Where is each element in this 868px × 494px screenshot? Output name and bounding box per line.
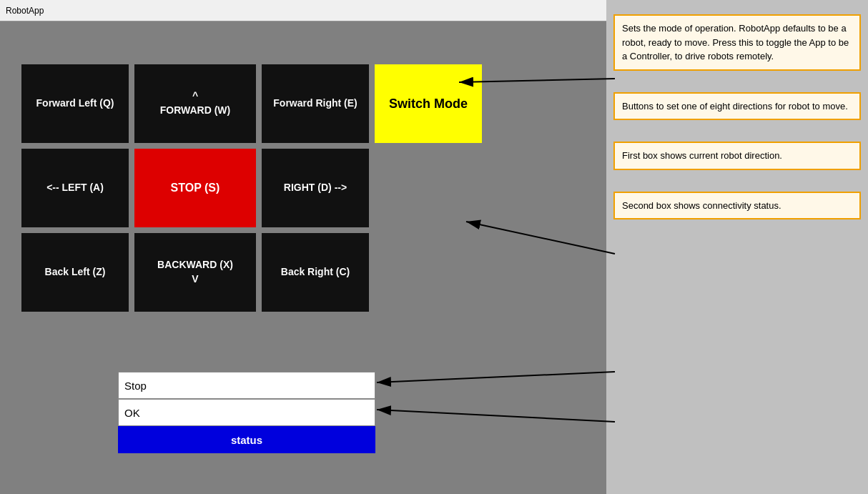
- forward-button[interactable]: ^ FORWARD (W): [134, 64, 256, 143]
- status-area: Stop OK status: [118, 372, 375, 453]
- app-title: RobotApp: [6, 6, 44, 16]
- empty-cell-2: [375, 233, 482, 312]
- back-left-button[interactable]: Back Left (Z): [21, 233, 129, 312]
- stop-button[interactable]: STOP (S): [134, 149, 256, 227]
- forward-left-button[interactable]: Forward Left (Q): [21, 64, 129, 143]
- backward-button[interactable]: BACKWARD (X) V: [134, 233, 256, 312]
- forward-right-button[interactable]: Forward Right (E): [262, 64, 369, 143]
- second-box-annotation: Second box shows connectivity status.: [613, 192, 861, 220]
- annotations-panel: Sets the mode of operation. RobotApp def…: [606, 0, 868, 494]
- status-button[interactable]: status: [118, 426, 375, 453]
- direction-display: Stop: [118, 372, 375, 399]
- empty-cell-1: [375, 149, 482, 227]
- connectivity-display: OK: [118, 399, 375, 426]
- control-grid: Forward Left (Q) ^ FORWARD (W) Forward R…: [21, 64, 482, 312]
- left-button[interactable]: <-- LEFT (A): [21, 149, 129, 227]
- switch-mode-button[interactable]: Switch Mode: [375, 64, 482, 143]
- right-button[interactable]: RIGHT (D) -->: [262, 149, 369, 227]
- directions-annotation: Buttons to set one of eight directions f…: [613, 92, 861, 121]
- main-window: Forward Left (Q) ^ FORWARD (W) Forward R…: [0, 21, 606, 494]
- switch-mode-annotation: Sets the mode of operation. RobotApp def…: [613, 14, 861, 71]
- back-right-button[interactable]: Back Right (C): [262, 233, 369, 312]
- first-box-annotation: First box shows current robot direction.: [613, 142, 861, 170]
